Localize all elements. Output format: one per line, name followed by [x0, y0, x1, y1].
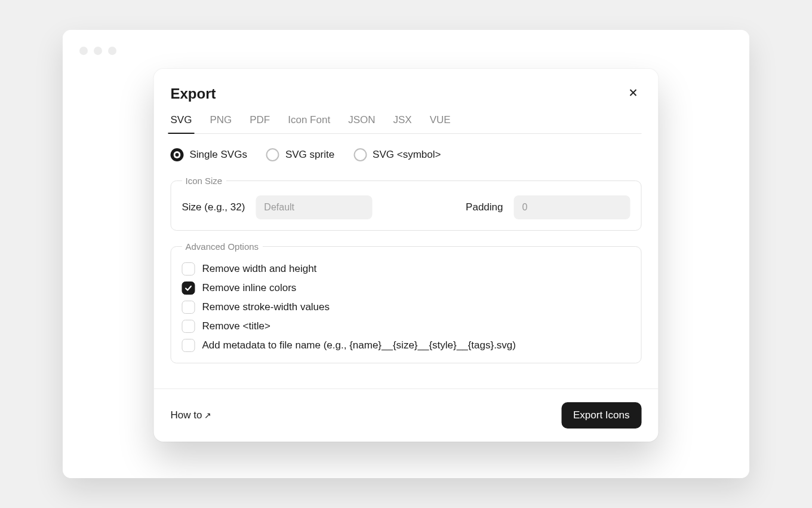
modal-title: Export	[171, 85, 216, 102]
checkbox-label: Remove inline colors	[202, 282, 297, 294]
radio-label: Single SVGs	[190, 149, 247, 161]
export-button[interactable]: Export Icons	[561, 402, 642, 429]
checkbox-label: Remove stroke-width values	[202, 301, 330, 313]
howto-label: How to	[171, 409, 202, 421]
advanced-options-group: Advanced Options Remove width and height…	[171, 241, 642, 363]
export-tabs: SVGPNGPDFIcon FontJSONJSXVUE	[171, 114, 642, 134]
checkbox-icon	[182, 320, 195, 333]
checkbox-label: Remove width and height	[202, 263, 317, 275]
checkbox-label: Remove <title>	[202, 320, 270, 332]
size-label: Size (e.g., 32)	[182, 201, 245, 213]
radio-svg-symbol[interactable]: SVG <symbol>	[353, 148, 441, 161]
checkbox-label: Add metadata to file name (e.g., {name}_…	[202, 339, 516, 351]
advanced-option-0[interactable]: Remove width and height	[182, 262, 630, 276]
radio-label: SVG sprite	[285, 149, 334, 161]
close-button[interactable]	[625, 85, 642, 102]
advanced-option-2[interactable]: Remove stroke-width values	[182, 301, 630, 314]
radio-icon	[353, 148, 367, 161]
app-window: Export SVGPNGPDFIcon FontJSONJSXVUE Sing…	[63, 30, 749, 478]
advanced-options-list: Remove width and heightRemove inline col…	[182, 261, 630, 352]
padding-label: Padding	[466, 201, 503, 213]
radio-icon	[266, 148, 279, 161]
icon-size-legend: Icon Size	[182, 176, 226, 186]
tab-png[interactable]: PNG	[210, 114, 232, 133]
export-modal: Export SVGPNGPDFIcon FontJSONJSXVUE Sing…	[154, 69, 659, 442]
howto-link[interactable]: How to ↗	[171, 409, 212, 421]
size-input[interactable]	[256, 195, 372, 219]
advanced-option-4[interactable]: Add metadata to file name (e.g., {name}_…	[182, 339, 630, 352]
checkbox-icon	[182, 301, 195, 314]
svg-mode-row: Single SVGs SVG sprite SVG <symbol>	[171, 148, 642, 161]
checkbox-icon	[182, 339, 195, 352]
tab-vue[interactable]: VUE	[430, 114, 451, 133]
advanced-legend: Advanced Options	[182, 241, 263, 252]
advanced-option-1[interactable]: Remove inline colors	[182, 281, 630, 295]
tab-icon-font[interactable]: Icon Font	[288, 114, 330, 133]
padding-input[interactable]	[514, 195, 630, 219]
icon-size-group: Icon Size Size (e.g., 32) Padding	[171, 176, 642, 231]
advanced-option-3[interactable]: Remove <title>	[182, 320, 630, 333]
checkbox-icon	[182, 281, 195, 295]
tab-json[interactable]: JSON	[348, 114, 375, 133]
radio-icon	[171, 148, 184, 161]
radio-label: SVG <symbol>	[373, 149, 441, 161]
radio-svg-sprite[interactable]: SVG sprite	[266, 148, 334, 161]
external-link-icon: ↗	[204, 411, 211, 420]
checkbox-icon	[182, 262, 195, 276]
close-icon	[629, 88, 638, 100]
radio-single-svgs[interactable]: Single SVGs	[171, 148, 247, 161]
tab-pdf[interactable]: PDF	[250, 114, 270, 133]
tab-jsx[interactable]: JSX	[393, 114, 411, 133]
tab-svg[interactable]: SVG	[171, 114, 192, 133]
